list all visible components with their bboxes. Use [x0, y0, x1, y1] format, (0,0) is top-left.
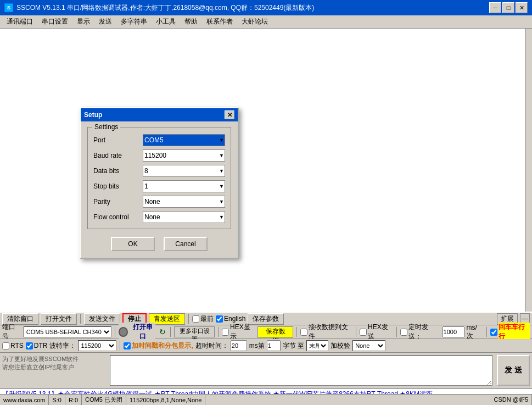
- hex-send-label[interactable]: HEX发送: [360, 323, 393, 341]
- checkbox-english-label[interactable]: English: [216, 315, 245, 323]
- timed-send-label[interactable]: 定时发送：: [400, 323, 440, 341]
- port-field-select[interactable]: COM5: [143, 134, 225, 146]
- add-time-checkbox[interactable]: [124, 342, 131, 349]
- dialog-title: Setup: [84, 111, 102, 119]
- checkbox-last[interactable]: [192, 315, 199, 323]
- parity-select-wrapper: None: [143, 196, 225, 208]
- menu-item-通讯端口[interactable]: 通讯端口: [2, 16, 37, 27]
- save-data-button[interactable]: 保存数据: [257, 326, 293, 338]
- port-select[interactable]: COM5 USB-SERIAL CH340: [24, 326, 111, 337]
- enter-label[interactable]: 回车车行行: [490, 323, 530, 341]
- checksum-select[interactable]: None: [352, 340, 385, 351]
- interval-unit: ms/次: [467, 324, 483, 341]
- dialog-body: Settings Port COM5 Baud rate 115200: [81, 121, 238, 258]
- port-label: 端口号: [2, 323, 21, 341]
- stopbits-field-label: Stop bits: [93, 182, 143, 190]
- menu-bar: 通讯端口串口设置显示发送多字符串小工具帮助联系作者大虾论坛: [0, 15, 532, 29]
- toolbar-sep3: [115, 327, 115, 337]
- menu-item-帮助[interactable]: 帮助: [180, 16, 202, 27]
- toolbar2: 端口号 COM5 USB-SERIAL CH340 打开串口 ↻ 更多串口设置 …: [0, 325, 532, 339]
- open-file-button[interactable]: 打开文件: [41, 313, 77, 325]
- send-area: 为了更好地发展SSCOM软件 请您注册嘉立创IP结尾客户 发 送: [0, 353, 532, 389]
- menu-item-串口设置[interactable]: 串口设置: [37, 16, 72, 27]
- send-info-line2: 请您注册嘉立创IP结尾客户: [2, 363, 107, 371]
- databits-field-select[interactable]: 8: [143, 165, 225, 177]
- rts-label[interactable]: RTS: [2, 342, 24, 349]
- menu-item-发送[interactable]: 发送: [94, 16, 116, 27]
- flowcontrol-select-wrapper: None: [143, 211, 225, 223]
- hex-display-checkbox[interactable]: [222, 329, 229, 336]
- send-text-input[interactable]: [110, 355, 492, 386]
- enter-checkbox[interactable]: [490, 329, 497, 336]
- port-field-label: Port: [93, 136, 143, 144]
- timeout-input[interactable]: [231, 340, 247, 351]
- parity-field-select[interactable]: None: [143, 196, 225, 208]
- settings-legend: Settings: [92, 123, 120, 131]
- parity-row: Parity None: [93, 196, 225, 208]
- status-baud: 115200bps,8,1,None,None: [126, 395, 206, 405]
- send-button[interactable]: 发 送: [497, 355, 530, 386]
- baud-field-select[interactable]: 115200: [143, 149, 225, 162]
- setup-dialog: Setup ✕ Settings Port COM5 Baud rate 115…: [80, 107, 239, 259]
- dialog-close-button[interactable]: ✕: [225, 110, 234, 119]
- menu-item-联系作者[interactable]: 联系作者: [202, 16, 237, 27]
- toolbar-sep6: [296, 327, 297, 337]
- toolbar-sep5: [218, 327, 219, 337]
- add-time-label[interactable]: 加时间戳和分包显示,: [124, 341, 193, 351]
- menu-item-多字符串[interactable]: 多字符串: [116, 16, 152, 27]
- rts-checkbox[interactable]: [2, 342, 9, 349]
- interval-input[interactable]: [443, 326, 464, 337]
- toolbar-sep1: [80, 314, 81, 324]
- status-bar: www.daxia.com S:0 R:0 COM5 已关闭 115200bps…: [0, 394, 532, 405]
- title-bar: S SSCOM V5.13.1 串口/网络数据调试器,作者:大虾丁丁,26180…: [0, 0, 532, 15]
- status-s: S:0: [49, 395, 65, 405]
- open-port-button[interactable]: 打开串口: [119, 323, 155, 341]
- status-port: COM5 已关闭: [82, 395, 126, 405]
- hex-display-label[interactable]: HEX显示: [222, 323, 255, 341]
- recv-to-file-checkbox[interactable]: [300, 329, 307, 336]
- parity-field-label: Parity: [93, 198, 143, 206]
- stopbits-field-select[interactable]: 1: [143, 180, 225, 192]
- send-file-button[interactable]: 发送文件: [84, 313, 120, 325]
- toolbar-sep10: [120, 341, 120, 351]
- port-row: Port COM5: [93, 134, 225, 146]
- databits-field-label: Data bits: [93, 167, 143, 175]
- dtr-checkbox[interactable]: [26, 342, 33, 349]
- main-content-area: [0, 29, 525, 312]
- dtr-label[interactable]: DTR: [26, 342, 48, 349]
- refresh-icon[interactable]: ↻: [158, 327, 167, 337]
- byte-num-input[interactable]: [267, 340, 281, 351]
- checksum-label: 加校验: [331, 341, 350, 351]
- flowcontrol-row: Flow control None: [93, 211, 225, 223]
- more-settings-button[interactable]: 更多串口设置: [174, 326, 215, 337]
- main-scrollbar[interactable]: [525, 29, 532, 312]
- flowcontrol-field-label: Flow control: [93, 213, 143, 221]
- port-select-wrapper: COM5: [143, 134, 225, 146]
- byte-label: 字节 至: [283, 341, 304, 351]
- window-close-button[interactable]: ✕: [516, 2, 528, 13]
- recv-to-file-label[interactable]: 接收数据到文件: [300, 323, 352, 341]
- maximize-button[interactable]: □: [502, 2, 514, 13]
- cancel-button[interactable]: Cancel: [164, 237, 208, 251]
- title-bar-text: SSCOM V5.13.1 串口/网络数据调试器,作者:大虾丁丁,2618058…: [16, 3, 314, 13]
- baud-label: 波特率：: [49, 341, 76, 351]
- baud-select[interactable]: 115200: [78, 340, 116, 351]
- menu-item-大虾论坛[interactable]: 大虾论坛: [237, 16, 272, 27]
- databits-select-wrapper: 8: [143, 165, 225, 177]
- timed-send-checkbox[interactable]: [400, 329, 407, 336]
- ok-button[interactable]: OK: [111, 237, 155, 251]
- end-select[interactable]: 末尾: [306, 340, 328, 351]
- hex-send-checkbox[interactable]: [360, 329, 367, 336]
- flowcontrol-field-select[interactable]: None: [143, 211, 225, 223]
- menu-item-小工具[interactable]: 小工具: [152, 16, 180, 27]
- port-status-icon: [119, 327, 128, 337]
- menu-item-显示[interactable]: 显示: [72, 16, 94, 27]
- dialog-buttons: OK Cancel: [87, 237, 231, 251]
- databits-row: Data bits 8: [93, 165, 225, 177]
- minimize-button[interactable]: ─: [489, 2, 501, 13]
- checkbox-last-label[interactable]: 最前: [192, 314, 214, 324]
- toolbar-sep2: [188, 314, 189, 324]
- status-r: R:0: [65, 395, 82, 405]
- checkbox-english[interactable]: [216, 315, 223, 323]
- baud-select-wrapper: 115200: [143, 149, 225, 162]
